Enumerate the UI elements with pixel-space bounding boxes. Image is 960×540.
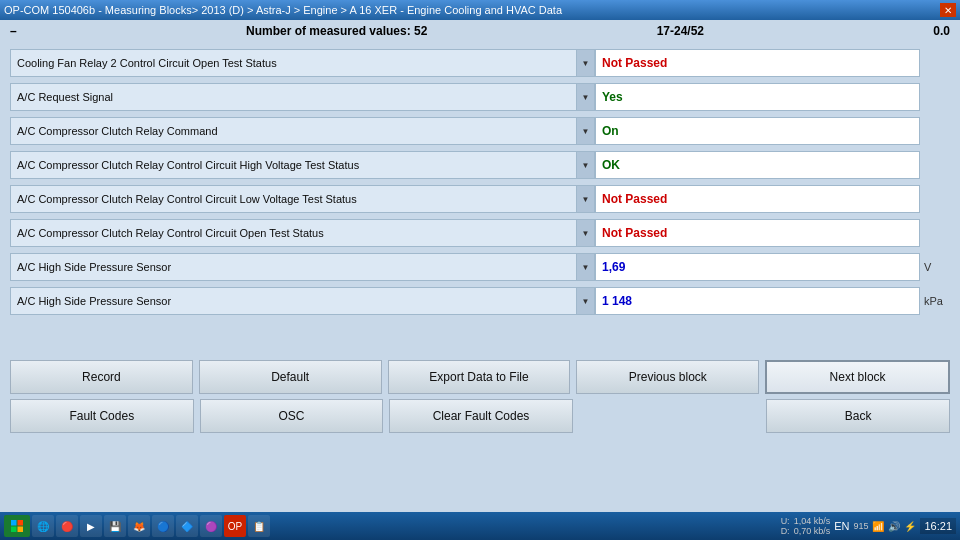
- clear-fault-button[interactable]: Clear Fault Codes: [389, 399, 573, 433]
- data-row: A/C High Side Pressure Sensor ▼ 1,69 V: [10, 252, 950, 282]
- taskbar-ie-icon[interactable]: 🌐: [32, 515, 54, 537]
- data-value-container: Not Passed: [595, 219, 950, 247]
- dropdown-button[interactable]: ▼: [576, 50, 594, 76]
- svg-rect-0: [11, 520, 17, 526]
- data-row: A/C Compressor Clutch Relay Control Circ…: [10, 184, 950, 214]
- header-left: –: [10, 24, 17, 38]
- button-row-1: RecordDefaultExport Data to FilePrevious…: [10, 360, 950, 394]
- dropdown-button[interactable]: ▼: [576, 186, 594, 212]
- header: – Number of measured values: 52 17-24/52…: [0, 20, 960, 42]
- data-value: On: [595, 117, 920, 145]
- data-label: A/C Compressor Clutch Relay Command: [11, 125, 576, 137]
- taskbar-icon-9[interactable]: 📋: [248, 515, 270, 537]
- header-range: 17-24/52: [657, 24, 704, 38]
- data-row: Cooling Fan Relay 2 Control Circuit Open…: [10, 48, 950, 78]
- data-value-container: 1 148 kPa: [595, 287, 950, 315]
- data-label-container: A/C Compressor Clutch Relay Control Circ…: [10, 219, 595, 247]
- data-row: A/C Compressor Clutch Relay Command ▼ On: [10, 116, 950, 146]
- data-label: A/C Compressor Clutch Relay Control Circ…: [11, 227, 576, 239]
- data-value: Yes: [595, 83, 920, 111]
- dropdown-button[interactable]: ▼: [576, 84, 594, 110]
- taskbar-icon-2[interactable]: 🔴: [56, 515, 78, 537]
- taskbar-icon-3[interactable]: ▶: [80, 515, 102, 537]
- data-value: 1 148: [595, 287, 920, 315]
- data-value-container: 1,69 V: [595, 253, 950, 281]
- data-label: A/C Compressor Clutch Relay Control Circ…: [11, 159, 576, 171]
- taskbar-icon-7[interactable]: 🔷: [176, 515, 198, 537]
- start-button[interactable]: [4, 515, 30, 537]
- data-label: A/C Compressor Clutch Relay Control Circ…: [11, 193, 576, 205]
- dropdown-button[interactable]: ▼: [576, 152, 594, 178]
- data-row: A/C Compressor Clutch Relay Control Circ…: [10, 150, 950, 180]
- data-value-container: On: [595, 117, 950, 145]
- export-button[interactable]: Export Data to File: [388, 360, 571, 394]
- taskbar-time: 16:21: [920, 518, 956, 534]
- data-row: A/C High Side Pressure Sensor ▼ 1 148 kP…: [10, 286, 950, 316]
- dropdown-button[interactable]: ▼: [576, 254, 594, 280]
- record-button[interactable]: Record: [10, 360, 193, 394]
- default-button[interactable]: Default: [199, 360, 382, 394]
- data-value: Not Passed: [595, 185, 920, 213]
- header-right: 0.0: [933, 24, 950, 38]
- data-label-container: A/C Request Signal ▼: [10, 83, 595, 111]
- main-content: Cooling Fan Relay 2 Control Circuit Open…: [0, 42, 960, 326]
- button-area: RecordDefaultExport Data to FilePrevious…: [0, 356, 960, 442]
- data-value: Not Passed: [595, 219, 920, 247]
- taskbar: 🌐 🔴 ▶ 💾 🦊 🔵 🔷 🟣 OP 📋 U:D: 1,04 kb/s0,70 …: [0, 512, 960, 540]
- empty-spacer: [579, 399, 761, 433]
- data-row: A/C Request Signal ▼ Yes: [10, 82, 950, 112]
- dropdown-button[interactable]: ▼: [576, 288, 594, 314]
- dropdown-button[interactable]: ▼: [576, 118, 594, 144]
- taskbar-right: U:D: 1,04 kb/s0,70 kb/s EN 915 📶 🔊 ⚡ 16:…: [781, 516, 956, 536]
- header-center: Number of measured values: 52: [246, 24, 427, 38]
- data-label-container: A/C High Side Pressure Sensor ▼: [10, 253, 595, 281]
- svg-rect-2: [11, 527, 17, 533]
- fault-codes-button[interactable]: Fault Codes: [10, 399, 194, 433]
- data-label-container: A/C Compressor Clutch Relay Command ▼: [10, 117, 595, 145]
- titlebar: OP-COM 150406b - Measuring Blocks> 2013 …: [0, 0, 960, 20]
- data-label-container: A/C High Side Pressure Sensor ▼: [10, 287, 595, 315]
- button-row-2: Fault CodesOSCClear Fault CodesBack: [10, 399, 950, 433]
- data-value: Not Passed: [595, 49, 920, 77]
- data-value-container: OK: [595, 151, 950, 179]
- taskbar-icon-5[interactable]: 🦊: [128, 515, 150, 537]
- data-value: 1,69: [595, 253, 920, 281]
- dropdown-button[interactable]: ▼: [576, 220, 594, 246]
- close-button[interactable]: ✕: [940, 3, 956, 17]
- osc-button[interactable]: OSC: [200, 399, 384, 433]
- unit-label: kPa: [920, 295, 950, 307]
- data-label: A/C Request Signal: [11, 91, 576, 103]
- taskbar-icon-4[interactable]: 💾: [104, 515, 126, 537]
- data-label: Cooling Fan Relay 2 Control Circuit Open…: [11, 57, 576, 69]
- data-value: OK: [595, 151, 920, 179]
- unit-label: V: [920, 261, 950, 273]
- taskbar-opcom-icon[interactable]: OP: [224, 515, 246, 537]
- svg-rect-1: [18, 520, 24, 526]
- taskbar-icon-8[interactable]: 🟣: [200, 515, 222, 537]
- data-label: A/C High Side Pressure Sensor: [11, 261, 576, 273]
- data-value-container: Yes: [595, 83, 950, 111]
- titlebar-title: OP-COM 150406b - Measuring Blocks> 2013 …: [4, 4, 562, 16]
- data-label: A/C High Side Pressure Sensor: [11, 295, 576, 307]
- data-label-container: Cooling Fan Relay 2 Control Circuit Open…: [10, 49, 595, 77]
- taskbar-icon-6[interactable]: 🔵: [152, 515, 174, 537]
- data-label-container: A/C Compressor Clutch Relay Control Circ…: [10, 185, 595, 213]
- back-button[interactable]: Back: [766, 399, 950, 433]
- data-value-container: Not Passed: [595, 185, 950, 213]
- svg-rect-3: [18, 527, 24, 533]
- data-value-container: Not Passed: [595, 49, 950, 77]
- next-button[interactable]: Next block: [765, 360, 950, 394]
- previous-button[interactable]: Previous block: [576, 360, 759, 394]
- data-row: A/C Compressor Clutch Relay Control Circ…: [10, 218, 950, 248]
- data-label-container: A/C Compressor Clutch Relay Control Circ…: [10, 151, 595, 179]
